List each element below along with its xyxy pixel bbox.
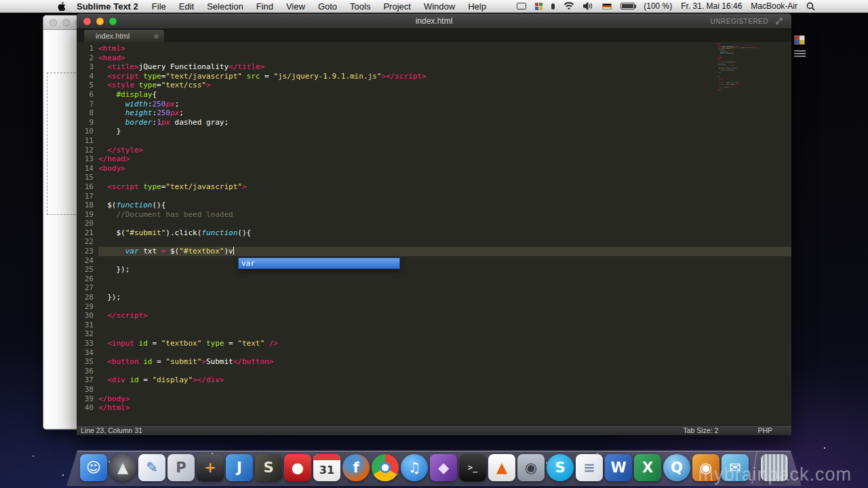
code-line[interactable]: 17 [77,192,791,201]
code-line[interactable]: 37 <div id = "display"></div> [77,375,791,385]
dock-purple-app-icon[interactable]: ◆ [430,454,457,481]
volume-icon[interactable] [583,2,593,10]
code-line[interactable]: 5 <style type="text/css"> [77,81,791,90]
code-line[interactable]: 9 border:1px dashed gray; [77,118,791,127]
desktop-file-icon[interactable] [794,35,805,45]
dock-mail-app-icon[interactable]: ✉ [722,454,749,481]
code-line[interactable]: 36 [77,367,791,376]
code-line[interactable]: 6 #display{ [77,90,791,100]
code-line[interactable]: 13</head> [77,155,791,164]
code-line[interactable]: 32 [77,329,791,339]
spotlight-icon[interactable] [806,2,815,11]
menu-goto[interactable]: Goto [318,1,337,12]
menu-view[interactable]: View [286,1,305,12]
menu-edit[interactable]: Edit [179,1,194,12]
window-titlebar[interactable]: index.html UNREGISTERED [77,14,791,29]
battery-icon[interactable] [620,3,635,9]
code-line[interactable]: 3 <title>jQuery Functionality</title> [77,62,791,72]
menubar-clock[interactable]: Fr. 31. Mai 16:46 [681,1,742,11]
menu-help[interactable]: Help [468,1,486,12]
code-line[interactable]: 8 height:250px; [77,108,791,118]
dock-pen-app-icon[interactable]: ✎ [138,454,165,481]
tab-index-html[interactable]: index.html [83,29,165,42]
code-line[interactable]: 31 [77,321,791,330]
code-line[interactable]: 29 [77,302,791,312]
autocomplete-popup[interactable]: var [238,258,400,269]
active-app-name[interactable]: Sublime Text 2 [77,1,138,12]
code-line[interactable]: 35 <button id = "submit">Submit</button> [77,357,791,367]
code-line[interactable]: 21 $("#submit").click(function(){ [77,228,791,238]
menu-project[interactable]: Project [383,1,410,12]
code-area[interactable]: 1<html>2<head>3 <title>jQuery Functional… [77,44,791,413]
dock-itunes-icon[interactable]: ♫ [401,454,428,481]
code-line[interactable]: 1<html> [77,44,791,54]
dock-j-app-icon[interactable]: J [226,454,253,481]
code-line[interactable]: 15 [77,173,791,182]
dock-document-app-icon[interactable]: ≡ [576,454,603,481]
dock-photo-booth-icon[interactable]: ◉ [692,454,719,481]
dock-preview-app-icon[interactable]: P [167,454,195,481]
code-line[interactable]: 16 <script type="text/javascript"> [77,182,791,192]
code-line[interactable]: 38 [77,385,791,394]
code-line[interactable]: 14<body> [77,164,791,174]
editor[interactable]: 1<html>2<head>3 <title>jQuery Functional… [77,42,791,425]
dock-quicktime-icon[interactable]: Q [663,454,690,481]
dock-calendar-icon[interactable]: 31 [313,454,340,481]
code-line[interactable]: 25 }); [77,265,791,274]
code-line[interactable]: 10 } [77,127,791,136]
dock-sublime-text-icon[interactable]: S [255,454,282,481]
wifi-icon[interactable] [564,2,574,10]
dock-excel-icon[interactable]: X [634,454,661,481]
menu-tools[interactable]: Tools [350,1,370,12]
minimap[interactable]: 1<html>2<head>3 <title>jQuery Functional… [717,43,762,106]
code-line[interactable]: 11 [77,136,791,146]
battery-percentage[interactable]: (100 %) [644,1,672,11]
dock-launchpad-icon[interactable]: ▲ [109,454,136,481]
dock-terminal-icon[interactable]: >_ [459,454,486,481]
spaces-icon[interactable] [535,3,542,10]
code-line[interactable]: 19 //Document has beed loaded [77,210,791,220]
dock-skype-icon[interactable]: S [547,454,574,481]
menu-file[interactable]: File [152,1,166,12]
keyboard-layout-flag-icon[interactable] [602,3,612,9]
apple-menu-icon[interactable] [57,1,66,12]
dock-finder-icon[interactable]: ☺ [80,454,107,481]
code-line[interactable]: 12 </style> [77,146,791,155]
dock-vlc-icon[interactable]: ▲ [488,454,515,481]
tab-size-indicator[interactable]: Tab Size: 2 [683,426,718,434]
tab-close-icon[interactable] [154,34,159,39]
code-line[interactable]: 4 <script type="text/javascript" src = "… [77,72,791,81]
desktop-textfile-icon[interactable] [794,50,806,58]
code-line[interactable]: 28 }); [77,293,791,302]
dock-firefox-icon[interactable]: f [342,454,370,481]
code-line[interactable]: 22 [77,237,791,247]
code-line[interactable]: 30 </script> [77,311,791,321]
menu-selection[interactable]: Selection [207,1,243,12]
dock-chrome-icon[interactable] [372,454,399,481]
code-line[interactable]: 18 $(function(){ [77,201,791,210]
sublime-window[interactable]: index.html UNREGISTERED index.html 1<htm… [77,14,791,435]
code-line[interactable]: 24 [77,256,791,266]
menu-window[interactable]: Window [424,1,455,12]
autocomplete-selected-item[interactable]: var [241,259,255,268]
code-line[interactable]: 26 [77,274,791,284]
code-line[interactable]: 20 [77,219,791,228]
dock-word-icon[interactable]: W [605,454,632,481]
dock-red-app-icon[interactable]: ● [284,454,311,481]
code-line[interactable]: 23 var txt = $("#textbox")v [77,247,791,256]
dock-calculator-icon[interactable]: + [197,454,224,481]
code-line[interactable]: 7 width:250px; [77,100,791,109]
syntax-indicator[interactable]: PHP [757,426,772,434]
dictation-icon[interactable] [551,3,555,9]
fullscreen-icon[interactable] [775,17,783,25]
code-line[interactable]: 2<head> [77,54,791,63]
code-line[interactable]: 33 <input id = "textbox" type = "text" /… [77,339,791,348]
menu-find[interactable]: Find [256,1,273,12]
dock-github-icon[interactable]: ◉ [517,454,545,481]
dock-trash-icon[interactable] [761,454,788,481]
code-area[interactable]: 1<html>2<head>3 <title>jQuery Functional… [717,43,762,92]
display-icon[interactable] [517,3,526,9]
code-line[interactable]: 27 [77,283,791,293]
code-line[interactable]: 34 [77,348,791,358]
code-line[interactable]: 40</html> [77,403,791,413]
